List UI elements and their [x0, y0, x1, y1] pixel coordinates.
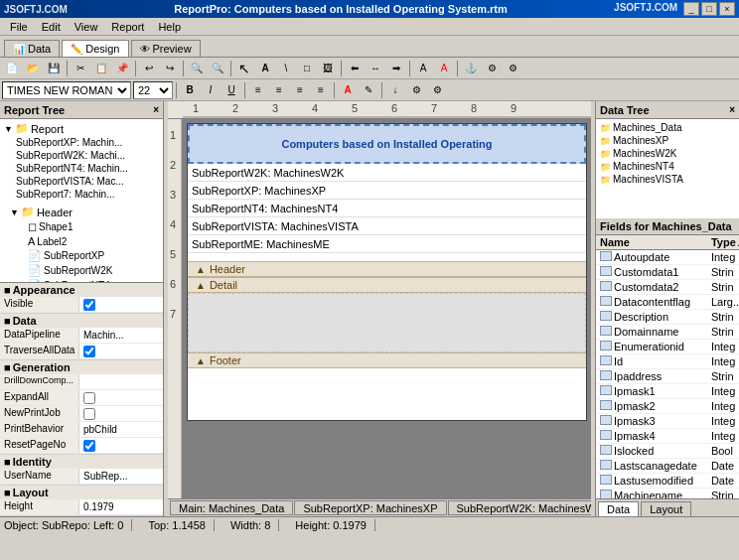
tb-misc1[interactable]: ⚙: [482, 60, 502, 77]
visible-checkbox[interactable]: [83, 299, 95, 311]
menu-file[interactable]: File: [4, 20, 34, 34]
prop-section-identity-header[interactable]: ■ Identity: [0, 455, 163, 469]
report-tree-close[interactable]: ×: [153, 104, 159, 115]
field-row[interactable]: Customdata1 Strin: [596, 265, 739, 280]
subreport-item-3[interactable]: SubReportVISTA: MachinesVISTA: [188, 217, 586, 235]
tb-misc3[interactable]: ⚙: [406, 81, 426, 99]
expandall-checkbox[interactable]: [83, 392, 95, 404]
prop-section-appearance-header[interactable]: ■ Appearance: [0, 283, 163, 297]
menu-help[interactable]: Help: [152, 20, 187, 34]
field-row[interactable]: Ipmask2 Integ: [596, 399, 739, 414]
field-row[interactable]: Lastscanagedate Date: [596, 459, 739, 474]
tb-line[interactable]: \: [276, 60, 296, 77]
tree-item-1[interactable]: SubReportW2K: Machi...: [2, 149, 161, 162]
field-row[interactable]: Enumerationid Integ: [596, 340, 739, 354]
tb-align-right[interactable]: ➡: [386, 60, 406, 77]
prop-value-traverseall[interactable]: [79, 344, 163, 358]
prop-value-resetpageno[interactable]: [79, 438, 163, 453]
tree-item-label2[interactable]: A Label2: [2, 234, 161, 248]
right-tab-layout[interactable]: Layout: [641, 501, 691, 516]
data-tree-item-4[interactable]: 📁 MachinesVISTA: [598, 173, 737, 186]
data-tree-content[interactable]: 📁 Machines_Data 📁 MachinesXP 📁 MachinesW…: [596, 119, 739, 218]
tb-align-text-left[interactable]: ≡: [248, 81, 268, 99]
tree-item-0[interactable]: SubReportXP: Machin...: [2, 136, 161, 149]
tb-redo[interactable]: ↪: [160, 60, 180, 77]
tb-italic[interactable]: I: [201, 81, 221, 99]
data-tree-close[interactable]: ×: [729, 104, 735, 115]
font-size-select[interactable]: 22: [133, 81, 173, 99]
resetpageno-checkbox[interactable]: [83, 440, 95, 452]
tb-anchor[interactable]: ⚓: [461, 60, 481, 77]
tab-design[interactable]: ✏️ Design: [62, 40, 128, 57]
field-row[interactable]: Machinename Strin: [596, 489, 739, 499]
field-row[interactable]: Ipaddress Strin: [596, 369, 739, 384]
subreport-item-2[interactable]: SubReportNT4: MachinesNT4: [188, 200, 586, 217]
tb-save[interactable]: 💾: [44, 60, 64, 77]
prop-value-datapipeline[interactable]: Machin...: [79, 328, 163, 343]
field-row[interactable]: Ipmask3 Integ: [596, 414, 739, 429]
tb-underline[interactable]: U: [222, 81, 241, 99]
tb-align-text-center[interactable]: ≡: [269, 81, 289, 99]
canvas-inner[interactable]: Computers based on Installed Operating S…: [187, 123, 587, 421]
tb-bold[interactable]: B: [180, 81, 200, 99]
menu-edit[interactable]: Edit: [36, 20, 67, 34]
tab-data[interactable]: 📊 Data: [4, 40, 60, 57]
data-tree-item-3[interactable]: 📁 MachinesNT4: [598, 160, 737, 173]
report-tree-content[interactable]: ▼ 📁 Report SubReportXP: Machin... SubRep…: [0, 119, 163, 282]
tb-zoom-out[interactable]: 🔍: [208, 60, 227, 77]
tb-rect[interactable]: □: [297, 60, 317, 77]
data-tree-item-2[interactable]: 📁 MachinesW2K: [598, 147, 737, 160]
field-row[interactable]: Datacontentflag Larg...: [596, 295, 739, 310]
prop-section-data-header[interactable]: ■ Data: [0, 314, 163, 328]
tree-item-shape1[interactable]: ◻ Shape1: [2, 219, 161, 234]
tb-copy[interactable]: 📋: [91, 60, 111, 77]
tb-undo[interactable]: ↩: [139, 60, 159, 77]
field-col-name[interactable]: Name: [596, 235, 707, 250]
prop-value-height[interactable]: 0.1979: [79, 499, 163, 514]
tb-align-center[interactable]: ↔: [366, 60, 385, 77]
tb-align-left[interactable]: ⬅: [345, 60, 365, 77]
tree-item-subreportxp[interactable]: 📄 SubReportXP: [2, 248, 161, 263]
prop-value-visible[interactable]: [79, 297, 163, 312]
bottom-tab-subreportw2k[interactable]: SubReportW2K: MachinesW2K: [448, 500, 591, 515]
prop-value-drilldown[interactable]: [79, 374, 163, 389]
fields-content[interactable]: Name Type▲ Autoupdate Integ Customdata1 …: [596, 235, 739, 498]
prop-value-username[interactable]: SubRep...: [79, 469, 163, 484]
subreport-item-1[interactable]: SubReportXP: MachinesXP: [188, 182, 586, 200]
field-row[interactable]: Description Strin: [596, 310, 739, 325]
tb-image[interactable]: 🖼: [318, 60, 338, 77]
tb-open[interactable]: 📂: [23, 60, 43, 77]
field-row[interactable]: Autoupdate Integ: [596, 250, 739, 265]
minimize-button[interactable]: _: [683, 2, 699, 16]
field-row[interactable]: Lastusemodified Date: [596, 474, 739, 489]
prop-value-expandall[interactable]: [79, 390, 163, 405]
bottom-tab-main[interactable]: Main: Machines_Data: [170, 500, 293, 515]
tb-cut[interactable]: ✂: [71, 60, 90, 77]
field-row[interactable]: Ipmask1 Integ: [596, 384, 739, 399]
tb-text[interactable]: A: [255, 60, 275, 77]
tb-align-text-right[interactable]: ≡: [290, 81, 310, 99]
tb-select[interactable]: ↖: [234, 60, 254, 77]
tb-insert-field[interactable]: ↓: [385, 81, 405, 99]
field-row[interactable]: Domainname Strin: [596, 325, 739, 340]
tab-preview[interactable]: 👁 Preview: [131, 40, 201, 57]
tb-highlight[interactable]: ✎: [359, 81, 378, 99]
menu-view[interactable]: View: [69, 20, 104, 34]
newprintjob-checkbox[interactable]: [83, 408, 95, 420]
prop-section-layout-header[interactable]: ■ Layout: [0, 486, 163, 499]
tb-misc2[interactable]: ⚙: [503, 60, 522, 77]
traverseall-checkbox[interactable]: [83, 346, 95, 357]
tree-item-3[interactable]: SubReportVISTA: Mac...: [2, 175, 161, 188]
tree-item-subreportw2k[interactable]: 📄 SubReportW2K: [2, 263, 161, 278]
tb-format[interactable]: A: [413, 60, 433, 77]
subreport-item-4[interactable]: SubReportME: MachinesME: [188, 235, 586, 253]
band-section-detail[interactable]: [188, 293, 586, 352]
menu-report[interactable]: Report: [105, 20, 150, 34]
close-button[interactable]: ×: [719, 2, 735, 16]
canvas-scroll[interactable]: JSOFTJ.COM Computers based on Installed …: [183, 119, 591, 498]
field-row[interactable]: Ipmask4 Integ: [596, 429, 739, 444]
field-col-type[interactable]: Type▲: [707, 235, 739, 250]
field-row[interactable]: Id Integ: [596, 354, 739, 369]
bottom-tab-subreportxp[interactable]: SubReportXP: MachinesXP: [294, 500, 446, 515]
data-tree-item-1[interactable]: 📁 MachinesXP: [598, 134, 737, 147]
